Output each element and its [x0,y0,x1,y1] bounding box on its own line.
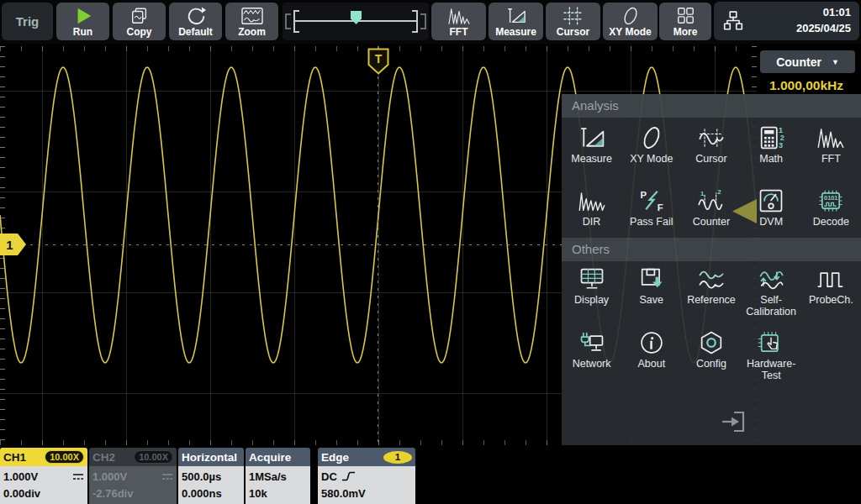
cursor-icon [697,124,726,151]
measure-button-label: Measure [495,26,536,38]
xy-mode-icon [619,6,642,26]
menu-item-fft[interactable]: FFT [801,124,861,165]
default-button-label: Default [178,26,213,38]
cursor-button[interactable]: Cursor [546,3,600,40]
menu-item-label: About [637,358,665,370]
ch2-position: -2.76div [92,487,173,500]
menu-item-config[interactable]: Config [681,329,741,382]
ch2-status-block[interactable]: CH2 10.00X 1.000V -2.76div [89,448,177,504]
trigger-status-block[interactable]: Edge 1 DC 580.0mV [318,448,415,504]
menu-item-display[interactable]: Display [562,265,621,318]
ch1-label: CH1 [3,451,26,464]
about-icon [637,329,666,356]
trigger-marker-label: T [375,52,383,66]
xy-mode-button[interactable]: XY Mode [603,3,658,40]
menu-item-hardware-test[interactable]: Hardware-Test [742,329,801,382]
menu-item-reference[interactable]: Reference [681,265,741,318]
measure-button[interactable]: Measure [489,3,543,40]
svg-text:F: F [658,202,663,213]
menu-item-network[interactable]: Network [562,329,621,382]
bottom-status-bar: CH1 10.00X 1.000V 0.00div CH2 10.00X 1.0… [0,447,861,504]
hardware-test-icon [757,329,785,356]
svg-text:0101: 0101 [824,194,837,202]
counter-dropdown-label: Counter [776,55,821,69]
ch1-scale: 1.000V [3,470,38,483]
slider-inner-right-bracket [412,10,418,33]
menu-item-label: Save [640,294,664,306]
menu-item-counter[interactable]: 12 Counter [681,187,741,228]
rising-edge-icon [341,470,356,482]
counter-dropdown[interactable]: Counter ▼ [760,50,855,73]
network-icon [578,329,606,356]
menu-item-xy-mode[interactable]: XY Mode [621,124,681,165]
menu-item-math[interactable]: 123 Math [742,124,801,165]
more-menu-panel: Analysis Measure XY Mode Cursor [562,94,861,445]
menu-item-about[interactable]: About [621,329,681,382]
acquire-label: Acquire [249,451,291,464]
cursor-button-label: Cursor [557,26,589,38]
ch1-probe-badge: 10.00X [45,450,84,464]
menu-item-cursor[interactable]: Cursor [681,124,741,165]
measure-icon [504,6,528,26]
slider-position-marker[interactable] [351,11,362,24]
reference-icon [697,265,726,292]
measure-icon [578,124,606,151]
acquire-sample-rate: 1MSa/s [249,470,307,483]
acquire-status-block[interactable]: Acquire 1MSa/s 10k [246,448,310,504]
horizontal-position-slider[interactable] [283,3,429,40]
trigger-marker[interactable]: T [367,48,389,75]
svg-text:3: 3 [779,141,783,150]
zoom-button-label: Zoom [238,26,266,38]
run-button[interactable]: Run [56,3,109,40]
horizontal-status-block[interactable]: Horizontal 500.0µs 0.000ns [178,448,244,504]
menu-item-label: ProbeCh. [809,294,853,306]
menu-item-save[interactable]: Save [621,265,681,318]
menu-item-label: Network [573,358,611,370]
ch1-status-block[interactable]: CH1 10.00X 1.000V 0.00div [0,448,87,504]
horizontal-label: Horizontal [182,451,237,464]
menu-close-button[interactable] [718,408,748,437]
pass-fail-icon: P F [637,187,666,214]
menu-item-self-calibration[interactable]: Self-Calibration [742,265,801,318]
copy-button[interactable]: Copy [113,3,166,40]
copy-icon [128,6,151,26]
menu-item-label: Decode [813,216,849,228]
more-button[interactable]: More [659,3,711,40]
trig-button[interactable]: Trig [2,3,53,40]
menu-item-label: Hardware-Test [742,358,800,382]
fft-icon [447,6,471,26]
trigger-position-line [378,46,378,445]
counter-value: 1.000,00kHz [757,78,856,93]
top-toolbar: Trig Run Copy Default Zoom [0,0,861,44]
probe-check-icon [816,265,845,292]
horizontal-scale: 500.0µs [182,470,240,483]
menu-item-pass-fail[interactable]: P F Pass Fail [621,187,681,228]
slider-outer-right-bracket [420,13,426,29]
trigger-source-badge: 1 [383,451,412,464]
menu-item-dir[interactable]: DIR [562,187,621,228]
menu-item-probe-check[interactable]: ProbeCh. [801,265,861,318]
menu-item-measure[interactable]: Measure [562,124,621,165]
trigger-type-label: Edge [321,451,349,464]
default-reset-icon [184,6,208,26]
menu-item-label: DIR [583,216,601,228]
save-icon [637,265,666,292]
trigger-coupling: DC [321,470,337,483]
fft-button[interactable]: FFT [431,3,486,40]
menu-item-decode[interactable]: 0101 Decode [801,187,861,228]
default-button[interactable]: Default [169,3,222,40]
chevron-down-icon: ▼ [832,58,839,66]
network-status-icon [722,10,744,32]
run-button-label: Run [73,26,92,38]
menu-item-label: Self-Calibration [742,294,800,318]
ch1-position: 0.00div [3,487,84,500]
menu-item-label: Counter [693,216,730,228]
zoom-button[interactable]: Zoom [225,3,278,40]
clock-date: 2025/04/25 [796,21,851,37]
menu-item-label: DVM [759,216,783,228]
zoom-icon [240,6,264,26]
dc-coupling-icon [161,473,173,480]
dc-coupling-icon [72,473,84,480]
svg-text:1: 1 [700,190,705,197]
xy-mode-button-label: XY Mode [609,26,651,38]
